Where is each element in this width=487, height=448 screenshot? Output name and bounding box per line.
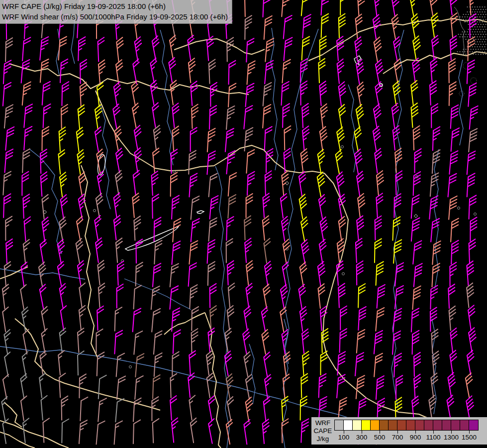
legend-cell: [353, 420, 362, 430]
legend-tick-label: 700: [392, 434, 403, 441]
legend-cell: [397, 420, 406, 430]
legend-cell: [344, 420, 353, 430]
wrf-weather-map: WRF CAPE (J/kg) Friday 19-09-2025 18:00 …: [0, 0, 487, 448]
legend-cell: [380, 420, 389, 430]
legend-cell: [451, 420, 460, 430]
legend-tick-label: 500: [374, 434, 386, 441]
legend-cell: [442, 420, 451, 430]
legend-cell: [389, 420, 397, 430]
legend-cell: [362, 420, 371, 430]
legend-cell: [460, 420, 469, 430]
title-line-cape: WRF CAPE (J/kg) Friday 19-09-2025 18:00 …: [2, 1, 228, 11]
legend-label-unit: J/kg: [311, 435, 334, 443]
map-canvas: [0, 0, 487, 448]
legend-cell: [424, 420, 433, 430]
legend-tick-label: 100: [338, 434, 350, 441]
legend-tick-label: 1300: [444, 434, 459, 441]
title-line-windshear: WRF Wind shear (m/s) 500/1000hPa Friday …: [2, 11, 228, 22]
legend-tick-label: 900: [410, 434, 421, 441]
legend-tick-label: 1100: [426, 434, 440, 441]
legend-cell: [371, 420, 380, 430]
legend-cell: [406, 420, 415, 430]
legend-cell: [469, 420, 478, 430]
legend-cell: [433, 420, 442, 430]
legend-label-cape: CAPE: [311, 427, 334, 435]
legend-label-wrf: WRF: [311, 419, 334, 427]
legend-cell: [335, 420, 344, 430]
legend-tick-label: 1500: [462, 434, 477, 441]
cape-legend: WRF CAPE J/kg 10030050070090011001300150…: [311, 417, 487, 445]
legend-colorbar: [334, 420, 479, 431]
title-box: WRF CAPE (J/kg) Friday 19-09-2025 18:00 …: [0, 0, 232, 24]
legend-colorbar-area: 100300500700900110013001500: [334, 420, 479, 445]
legend-ticks: 100300500700900110013001500: [334, 431, 479, 444]
legend-label-column: WRF CAPE J/kg: [311, 417, 334, 445]
legend-tick-label: 300: [356, 434, 368, 441]
legend-cell: [415, 420, 424, 430]
